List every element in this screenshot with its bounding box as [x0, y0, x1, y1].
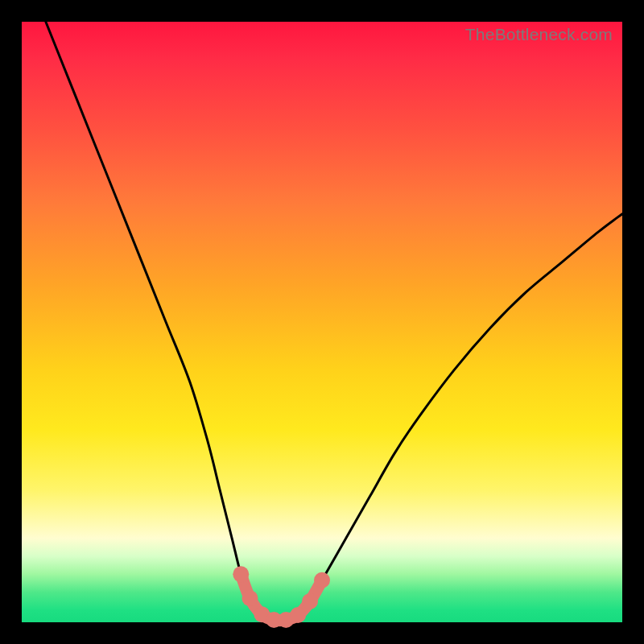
sweet-spot-marker: [290, 607, 306, 623]
sweet-spot-marker: [314, 572, 330, 588]
sweet-spot-marker: [242, 590, 258, 606]
plot-area: TheBottleneck.com: [22, 22, 622, 622]
sweet-spot-markers: [233, 566, 330, 628]
curve-layer: [22, 22, 622, 622]
sweet-spot-marker: [302, 593, 318, 609]
bottleneck-curve-path: [46, 22, 622, 621]
chart-frame: TheBottleneck.com: [0, 0, 644, 644]
sweet-spot-marker: [233, 566, 249, 582]
